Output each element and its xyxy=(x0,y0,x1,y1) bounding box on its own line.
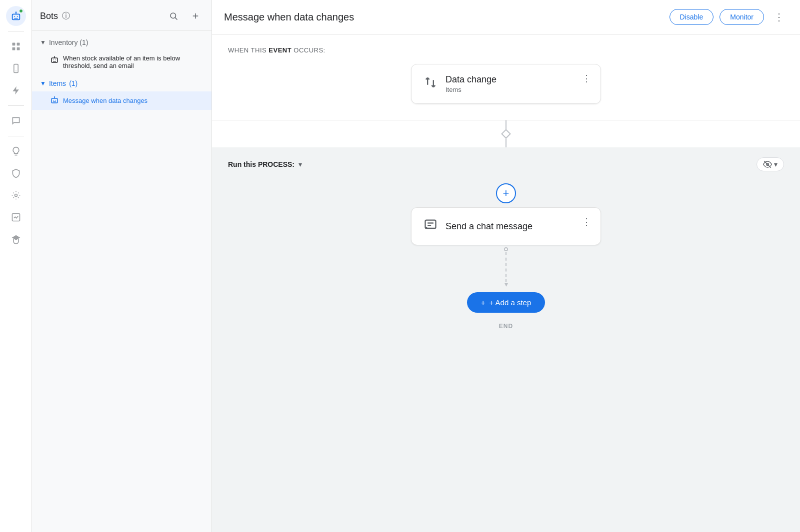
process-label: Run this PROCESS: ▾ xyxy=(228,160,302,168)
process-header: Run this PROCESS: ▾ ▾ xyxy=(228,147,784,179)
monitor-button[interactable]: Monitor xyxy=(720,9,764,25)
items-group-label: Items xyxy=(49,79,66,87)
svg-rect-27 xyxy=(56,100,56,101)
end-label: END xyxy=(499,323,513,330)
svg-point-11 xyxy=(16,70,16,71)
svg-rect-2 xyxy=(16,16,18,17)
process-body: + ⋮ Send xyxy=(228,179,784,330)
nav-chat-icon[interactable] xyxy=(6,111,26,131)
sidebar-title-text: Bots xyxy=(40,11,58,21)
inventory-chevron-icon: ▼ xyxy=(40,39,46,46)
add-step-circle-button[interactable]: + xyxy=(496,183,516,203)
event-card-content: Data change Items xyxy=(424,74,588,93)
nav-gear-icon[interactable] xyxy=(6,185,26,205)
search-button[interactable] xyxy=(166,8,182,24)
data-change-icon xyxy=(424,75,438,92)
sidebar-title: Bots ⓘ xyxy=(40,11,70,21)
process-label-text: Run this PROCESS: xyxy=(228,160,294,168)
svg-rect-20 xyxy=(53,59,54,60)
svg-rect-6 xyxy=(12,43,15,46)
nav-chart-icon[interactable] xyxy=(6,207,26,227)
add-step-label: + Add a step xyxy=(489,298,531,307)
sidebar-content: ▼ Inventory (1) When stock available of … xyxy=(32,30,212,532)
header-more-button[interactable]: ⋮ xyxy=(770,8,788,26)
nav-lightning-icon[interactable] xyxy=(6,80,26,100)
tree-group-items: ▼ Items (1) Message when data changes xyxy=(32,75,212,110)
nav-bots-icon[interactable] xyxy=(6,6,26,26)
main-header-actions: Disable Monitor ⋮ xyxy=(670,8,788,26)
event-card-title: Data change xyxy=(446,74,496,85)
process-section: Run this PROCESS: ▾ ▾ + ⋮ xyxy=(212,147,800,532)
section-connector xyxy=(212,120,800,147)
svg-rect-7 xyxy=(16,43,20,46)
svg-point-30 xyxy=(54,96,55,97)
sidebar-info-icon: ⓘ xyxy=(62,11,70,21)
inventory-group-label: Inventory (1) xyxy=(49,38,88,46)
page-title: Message when data changes xyxy=(224,11,354,23)
inventory-bot-icon xyxy=(50,55,59,66)
items-bot-icon xyxy=(50,95,59,106)
process-dropdown-button[interactable]: ▾ xyxy=(298,160,302,168)
dashed-connector: ▾ xyxy=(504,245,508,290)
svg-rect-8 xyxy=(12,47,15,50)
svg-rect-26 xyxy=(53,100,54,101)
items-bot-label: Message when data changes xyxy=(63,97,148,104)
sidebar-actions xyxy=(166,8,204,24)
items-count-label: (1) xyxy=(69,79,78,87)
rail-divider-3 xyxy=(8,136,24,136)
svg-rect-21 xyxy=(56,59,56,60)
svg-point-15 xyxy=(170,13,176,18)
tree-group-items-header[interactable]: ▼ Items (1) xyxy=(32,75,212,91)
nav-grid-icon[interactable] xyxy=(6,36,26,56)
nav-graduation-icon[interactable] xyxy=(6,229,26,249)
tree-group-inventory: ▼ Inventory (1) When stock available of … xyxy=(32,34,212,73)
main-header: Message when data changes Disable Monito… xyxy=(212,0,800,34)
process-card-content: Send a chat message xyxy=(424,218,588,235)
add-step-plus-icon: + xyxy=(481,298,486,307)
sidebar-header: Bots ⓘ xyxy=(32,0,212,30)
svg-rect-0 xyxy=(12,14,20,19)
process-view-toggle[interactable]: ▾ xyxy=(756,157,784,171)
add-bot-button[interactable] xyxy=(188,8,204,24)
svg-point-13 xyxy=(14,194,17,197)
svg-line-16 xyxy=(175,17,177,19)
tree-group-inventory-header[interactable]: ▼ Inventory (1) xyxy=(32,34,212,50)
svg-rect-19 xyxy=(52,58,58,62)
icon-rail xyxy=(0,0,32,532)
items-bot-item-active[interactable]: Message when data changes xyxy=(32,91,212,110)
main-content: Message when data changes Disable Monito… xyxy=(212,0,800,532)
svg-point-24 xyxy=(54,56,55,57)
svg-rect-9 xyxy=(16,47,20,50)
process-card-text: Send a chat message xyxy=(446,221,532,232)
rail-divider-2 xyxy=(8,105,24,106)
inventory-bot-label: When stock available of an item is below… xyxy=(63,54,204,69)
chat-message-icon xyxy=(424,218,438,235)
process-card-menu-button[interactable]: ⋮ xyxy=(578,214,594,230)
items-chevron-icon: ▼ xyxy=(40,80,46,87)
process-card[interactable]: ⋮ Send a chat message xyxy=(411,207,601,245)
sidebar: Bots ⓘ ▼ Inventory (1) xyxy=(32,0,212,532)
svg-rect-25 xyxy=(52,98,58,103)
add-step-button[interactable]: + + Add a step xyxy=(467,292,546,313)
svg-point-5 xyxy=(15,11,16,13)
inventory-bot-item[interactable]: When stock available of an item is below… xyxy=(32,50,212,73)
rail-divider-1 xyxy=(8,31,24,31)
nav-shield-icon[interactable] xyxy=(6,163,26,183)
event-section: When this EVENT occurs: ⋮ Data change It… xyxy=(212,34,800,120)
event-card-subtitle: Items xyxy=(446,86,496,93)
nav-bulb-icon[interactable] xyxy=(6,141,26,161)
canvas: When this EVENT occurs: ⋮ Data change It… xyxy=(212,34,800,532)
process-view-chevron: ▾ xyxy=(774,160,778,168)
event-section-label: When this EVENT occurs: xyxy=(228,46,784,54)
event-card[interactable]: ⋮ Data change Items xyxy=(411,64,601,104)
event-card-menu-button[interactable]: ⋮ xyxy=(578,70,594,86)
event-card-text: Data change Items xyxy=(446,74,496,93)
nav-phone-icon[interactable] xyxy=(6,58,26,78)
process-card-title: Send a chat message xyxy=(446,221,532,232)
svg-rect-1 xyxy=(14,16,15,17)
disable-button[interactable]: Disable xyxy=(670,9,714,25)
